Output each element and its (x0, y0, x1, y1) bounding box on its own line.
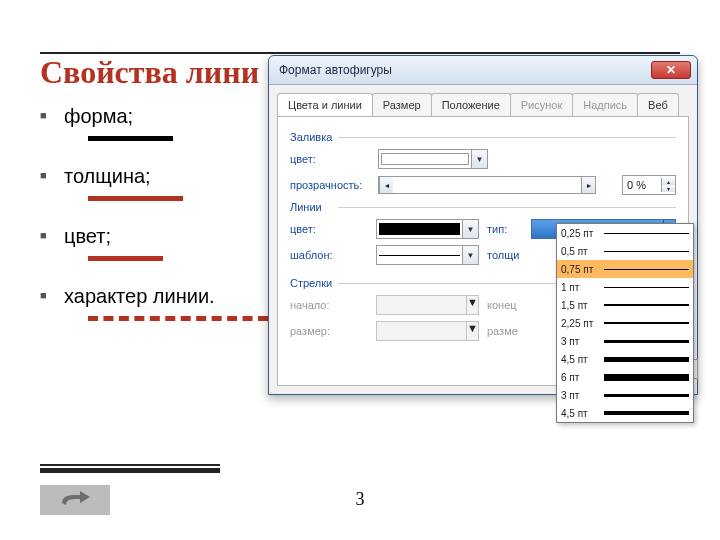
page-number: 3 (356, 489, 365, 510)
thickness-dropdown[interactable]: 0,25 пт0,5 пт0,75 пт1 пт1,5 пт2,25 пт3 п… (556, 223, 694, 423)
chevron-left-icon: ◂ (379, 177, 393, 193)
footer-double-rule (40, 464, 220, 472)
thickness-option-stroke (604, 374, 689, 381)
thickness-option-label: 4,5 пт (561, 408, 599, 419)
label-transparency: прозрачность: (290, 179, 372, 191)
return-button[interactable] (40, 485, 110, 515)
dialog-titlebar[interactable]: Формат автофигуры ✕ (269, 56, 697, 84)
thickness-option[interactable]: 1 пт (557, 278, 693, 296)
close-icon: ✕ (666, 63, 676, 77)
thickness-option[interactable]: 4,5 пт (557, 350, 693, 368)
thickness-option[interactable]: 6 пт (557, 368, 693, 386)
tab-size[interactable]: Размер (372, 93, 432, 116)
thickness-option[interactable]: 4,5 пт (557, 404, 693, 422)
thickness-option-label: 4,5 пт (561, 354, 599, 365)
thickness-option[interactable]: 3 пт (557, 386, 693, 404)
chevron-down-icon: ▼ (462, 246, 478, 264)
thickness-option-stroke (604, 269, 689, 270)
line-pattern-swatch (379, 255, 460, 256)
tab-panel: Заливка цвет: ▼ прозрачность: ◂ ▸ (277, 116, 689, 386)
bullet-text: цвет; (64, 225, 111, 247)
thickness-option-stroke (604, 411, 689, 415)
thickness-option-label: 0,5 пт (561, 246, 599, 257)
thickness-option-stroke (604, 287, 689, 288)
chevron-right-icon: ▸ (581, 177, 595, 193)
label-arrow-start: начало: (290, 299, 372, 311)
label-line-type: тип: (487, 223, 527, 235)
sample-line-shape (88, 136, 173, 141)
chevron-down-icon: ▼ (462, 220, 478, 238)
format-autoshape-dialog: Формат автофигуры ✕ Цвета и линии Размер… (268, 55, 698, 395)
dialog-title: Формат автофигуры (279, 63, 651, 77)
sample-line-style (88, 316, 268, 321)
label-arrow-start-size: размер: (290, 325, 372, 337)
thickness-option-stroke (604, 394, 689, 397)
chevron-down-icon: ▼ (466, 322, 478, 340)
thickness-option[interactable]: 0,5 пт (557, 242, 693, 260)
tab-strip: Цвета и линии Размер Положение Рисунок Н… (277, 93, 689, 116)
bullet-text: форма; (64, 105, 133, 127)
sample-line-thickness (88, 196, 183, 201)
close-button[interactable]: ✕ (651, 61, 691, 79)
fill-color-combo[interactable]: ▼ (378, 149, 488, 169)
label-pattern: шаблон: (290, 249, 372, 261)
label-fill-color: цвет: (290, 153, 372, 165)
thickness-option-label: 1,5 пт (561, 300, 599, 311)
tab-position[interactable]: Положение (431, 93, 511, 116)
tab-colors-lines[interactable]: Цвета и линии (277, 93, 373, 116)
arrow-start-combo: ▼ (376, 295, 479, 315)
transparency-value: 0 % (623, 179, 661, 191)
tab-web[interactable]: Веб (637, 93, 679, 116)
thickness-option[interactable]: 1,5 пт (557, 296, 693, 314)
label-line-color: цвет: (290, 223, 372, 235)
label-arrow-end-size: разме (487, 325, 527, 337)
thickness-option-stroke (604, 251, 689, 252)
thickness-option[interactable]: 3 пт (557, 332, 693, 350)
chevron-up-icon: ▴ (661, 178, 675, 185)
sample-line-color (88, 256, 163, 261)
thickness-option-label: 0,75 пт (561, 264, 599, 275)
label-arrow-end: конец (487, 299, 527, 311)
tab-picture: Рисунок (510, 93, 574, 116)
thickness-option-label: 2,25 пт (561, 318, 599, 329)
transparency-spinner[interactable]: 0 % ▴▾ (622, 175, 676, 195)
thickness-option-stroke (604, 304, 689, 306)
thickness-option-stroke (604, 340, 689, 343)
return-arrow-icon (60, 491, 90, 509)
line-pattern-combo[interactable]: ▼ (376, 245, 479, 265)
thickness-option[interactable]: 2,25 пт (557, 314, 693, 332)
thickness-option-stroke (604, 357, 689, 362)
line-color-combo[interactable]: ▼ (376, 219, 479, 239)
thickness-option[interactable]: 0,25 пт (557, 224, 693, 242)
thickness-option[interactable]: 0,75 пт (557, 260, 693, 278)
thickness-option-label: 3 пт (561, 336, 599, 347)
thickness-option-label: 0,25 пт (561, 228, 599, 239)
thickness-option-label: 3 пт (561, 390, 599, 401)
color-swatch-black (379, 223, 460, 235)
label-thickness: толщи (487, 249, 527, 261)
chevron-down-icon: ▼ (471, 150, 487, 168)
chevron-down-icon: ▼ (466, 296, 478, 314)
color-swatch-white (381, 153, 469, 165)
group-lines: Линии (290, 201, 676, 213)
thickness-option-label: 1 пт (561, 282, 599, 293)
horizontal-rule (40, 52, 680, 54)
group-fill: Заливка (290, 131, 676, 143)
thickness-option-stroke (604, 233, 689, 234)
chevron-down-icon: ▾ (661, 185, 675, 192)
bullet-text: толщина; (64, 165, 151, 187)
tab-caption: Надпись (572, 93, 638, 116)
arrow-start-size-combo: ▼ (376, 321, 479, 341)
thickness-option-label: 6 пт (561, 372, 599, 383)
transparency-slider[interactable]: ◂ ▸ (378, 176, 596, 194)
bullet-text: характер линии. (64, 285, 215, 307)
thickness-option-stroke (604, 322, 689, 324)
